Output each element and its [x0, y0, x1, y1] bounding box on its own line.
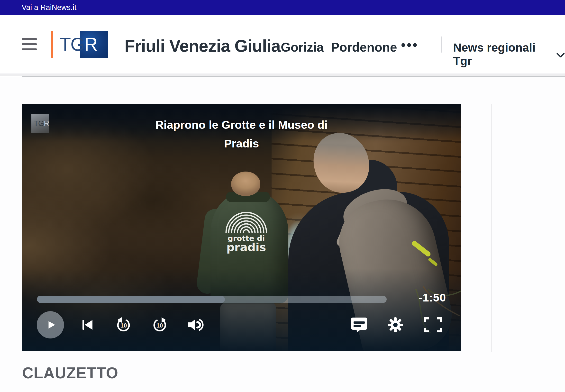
svg-text:10: 10 — [121, 322, 127, 329]
rewind-10-button[interactable]: 10 — [116, 317, 131, 333]
volume-button[interactable] — [187, 318, 205, 332]
article-kicker: CLAUZETTO — [22, 364, 118, 382]
topbar: Vai a RaiNews.it — [0, 0, 565, 15]
settings-button[interactable] — [388, 317, 403, 332]
fullscreen-button[interactable] — [424, 317, 442, 332]
nav-item-pordenone[interactable]: Pordenone — [331, 40, 397, 55]
network-select-label: News regionali Tgr — [453, 41, 551, 68]
forward-10-button[interactable]: 10 — [152, 317, 167, 333]
chevron-down-icon — [556, 52, 565, 58]
page-title: Friuli Venezia Giulia — [124, 36, 280, 56]
accent-bar — [51, 31, 53, 58]
time-remaining: -1:50 — [419, 291, 446, 304]
hamburger-menu-icon[interactable] — [22, 38, 37, 51]
green-person-head — [231, 171, 260, 196]
video-player[interactable]: grotte di pradis TGR Riaprono le Grotte … — [22, 104, 461, 351]
video-bottom-gradient — [22, 268, 461, 351]
subtitles-button[interactable] — [351, 318, 367, 333]
play-icon — [46, 319, 57, 330]
nav-more-ellipsis-icon[interactable]: ••• — [401, 37, 418, 52]
svg-text:10: 10 — [156, 322, 163, 329]
subheader-band — [0, 73, 565, 76]
tgr-logo-text: TGR — [60, 33, 97, 56]
progress-fill — [37, 296, 225, 303]
nav-item-gorizia[interactable]: Gorizia — [281, 40, 324, 55]
tgr-logo[interactable]: TGR — [56, 31, 108, 58]
network-select[interactable]: News regionali Tgr — [453, 41, 565, 68]
header: TGR Friuli Venezia Giulia Gorizia Porden… — [0, 15, 565, 73]
svg-text:pradis: pradis — [227, 241, 266, 254]
column-divider — [492, 104, 492, 352]
video-title: Riaprono le Grotte e il Museo di Pradis — [22, 115, 461, 153]
play-button[interactable] — [37, 311, 64, 338]
progress-bar[interactable] — [37, 296, 387, 303]
rainews-link[interactable]: Vai a RaiNews.it — [22, 0, 76, 15]
grotte-di-pradis-logo: grotte di pradis — [223, 208, 269, 256]
previous-button[interactable] — [81, 319, 94, 331]
header-divider — [441, 37, 442, 53]
